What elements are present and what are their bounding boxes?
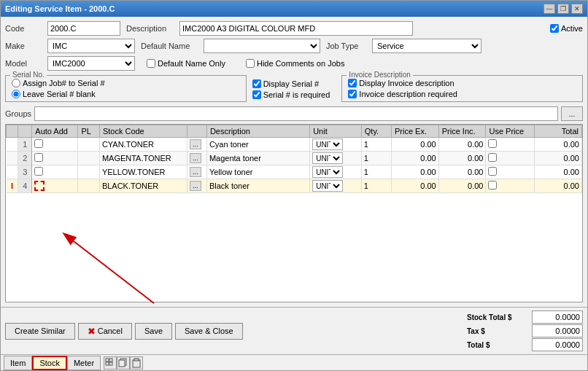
active-checkbox[interactable]	[550, 24, 559, 33]
autoadd-cell	[32, 152, 78, 165]
col-stock-code: Stock Code	[99, 125, 187, 138]
unit-cell: UNIT	[310, 138, 362, 152]
model-select[interactable]: IMC2000	[47, 56, 135, 71]
col-total: Total	[535, 125, 582, 138]
tab-item[interactable]: Item	[4, 356, 32, 370]
stock-total-value[interactable]	[532, 311, 583, 324]
row-marker	[7, 165, 18, 179]
serial-required-checkbox[interactable]	[252, 90, 261, 99]
content-area: Code Description Active Make IMC Default…	[1, 17, 587, 307]
code-input[interactable]	[47, 21, 120, 36]
cancel-button[interactable]: ✖ Cancel	[78, 323, 132, 340]
unit-select-4[interactable]: UNIT	[312, 180, 343, 192]
col-unit: Unit	[310, 125, 362, 138]
icon-paste[interactable]	[130, 356, 143, 370]
serial-checkboxes: Display Serial # Serial # is required	[252, 77, 330, 102]
table-row-current: I 4 BLACK.TONER ... Black toner UNIT 1	[7, 179, 582, 193]
tab-meter[interactable]: Meter	[67, 356, 101, 370]
minimize-button[interactable]: —	[543, 4, 555, 14]
assign-radio-group: Assign Job# to Serial #	[12, 79, 240, 87]
stock-total-label: Stock Total $	[467, 313, 529, 321]
pl-cell	[78, 152, 99, 165]
save-close-button[interactable]: Save & Close	[175, 323, 243, 340]
display-serial-checkbox[interactable]	[252, 79, 261, 88]
autoadd-checkbox-1[interactable]	[34, 139, 43, 148]
autoadd-cell	[32, 179, 78, 193]
invoice-section: Invoice Description Display Invoice desc…	[341, 75, 583, 102]
use-price-2[interactable]	[488, 153, 497, 162]
leave-radio[interactable]	[12, 90, 20, 98]
stock-dots-btn-2[interactable]: ...	[190, 153, 201, 163]
unit-select-1[interactable]: UNIT	[312, 138, 343, 150]
sections-row: Serial No. Assign Job# to Serial # Leave…	[5, 74, 583, 102]
description-input[interactable]	[179, 21, 413, 36]
restore-button[interactable]: ❐	[557, 4, 569, 14]
assign-radio[interactable]	[12, 79, 20, 87]
row-num: 2	[18, 152, 32, 165]
autoadd-checkbox-3[interactable]	[34, 167, 43, 176]
display-serial-label: Display Serial #	[263, 79, 319, 88]
stock-dots-btn-1[interactable]: ...	[190, 139, 201, 149]
stock-code-cell: BLACK.TONER	[99, 179, 187, 193]
use-price-cell	[486, 138, 535, 152]
col-description: Description	[206, 125, 309, 138]
autoadd-checkbox-2[interactable]	[34, 153, 43, 162]
make-select[interactable]: IMC	[47, 39, 135, 53]
serial-required-group: Serial # is required	[252, 90, 330, 99]
invoice-required-checkbox[interactable]	[348, 90, 357, 98]
dots-btn-cell: ...	[187, 179, 206, 193]
cancel-icon: ✖	[88, 326, 96, 337]
save-button[interactable]: Save	[135, 323, 172, 340]
total-cell: 0.00	[535, 152, 582, 165]
col-price-inc: Price Inc.	[438, 125, 486, 138]
groups-label: Groups	[5, 109, 31, 118]
job-type-label: Job Type	[326, 42, 366, 50]
price-inc-cell: 0.00	[438, 152, 486, 165]
grid-icon	[105, 358, 115, 368]
cancel-label: Cancel	[98, 327, 123, 335]
use-price-1[interactable]	[488, 139, 497, 148]
default-name-select[interactable]	[204, 39, 320, 53]
icon-copy[interactable]	[117, 356, 130, 370]
icon-grid[interactable]	[104, 356, 117, 370]
svg-rect-3	[109, 359, 112, 362]
stock-dots-btn-4[interactable]: ...	[190, 181, 201, 191]
create-similar-button[interactable]: Create Similar	[5, 323, 75, 340]
job-type-select[interactable]: Service	[372, 39, 481, 53]
table-header-row: Auto Add PL Stock Code Description Unit …	[7, 125, 582, 138]
use-price-3[interactable]	[488, 167, 497, 176]
invoice-required-label: Invoice description required	[359, 90, 457, 98]
total-row: Total $	[467, 338, 583, 351]
tab-stock[interactable]: Stock	[32, 356, 67, 370]
display-invoice-checkbox[interactable]	[348, 79, 357, 87]
default-name-only-checkbox[interactable]	[147, 59, 155, 68]
model-label: Model	[5, 59, 42, 68]
tax-value[interactable]	[532, 324, 583, 337]
groups-input[interactable]	[34, 106, 558, 121]
invoice-section-label: Invoice Description	[347, 71, 412, 79]
invoice-required-group: Invoice description required	[348, 90, 576, 98]
unit-cell: UNIT	[310, 179, 362, 193]
row-num: 1	[18, 138, 32, 152]
groups-dots-button[interactable]: ...	[561, 106, 583, 121]
make-label: Make	[5, 42, 42, 50]
close-button[interactable]: ✕	[571, 4, 583, 14]
use-price-4[interactable]	[488, 181, 497, 190]
unit-select-2[interactable]: UNIT	[312, 152, 343, 164]
serial-required-label: Serial # is required	[263, 90, 330, 99]
desc-cell: Magenta toner	[206, 152, 309, 165]
description-label: Description	[126, 24, 174, 33]
unit-select-3[interactable]: UNIT	[312, 166, 343, 178]
total-value[interactable]	[532, 338, 583, 351]
hide-comments-checkbox[interactable]	[246, 59, 255, 68]
code-description-row: Code Description Active	[5, 21, 583, 36]
tax-row: Tax $	[467, 324, 583, 337]
total-cell: 0.00	[535, 179, 582, 193]
autoadd-cell	[32, 138, 78, 152]
stock-code-cell: CYAN.TONER	[99, 138, 187, 152]
stock-dots-btn-3[interactable]: ...	[190, 167, 201, 177]
hide-comments-label: Hide Comments on Jobs	[257, 59, 344, 68]
row-num: 3	[18, 165, 32, 179]
dots-btn-cell: ...	[187, 138, 206, 152]
table-row: 2 MAGENTA.TONER ... Magenta toner UNIT 1…	[7, 152, 582, 165]
